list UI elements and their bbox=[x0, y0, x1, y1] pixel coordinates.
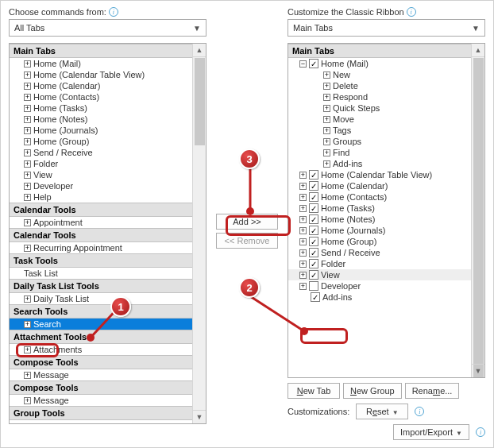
scroll-up-icon[interactable]: ▲ bbox=[193, 44, 206, 57]
checkbox[interactable] bbox=[309, 192, 318, 202]
expander-icon[interactable]: + bbox=[299, 249, 307, 257]
tree-item[interactable]: +Help bbox=[10, 191, 192, 203]
expander-icon[interactable]: + bbox=[323, 138, 330, 145]
tree-item[interactable]: +Send / Receive bbox=[288, 247, 471, 258]
checkbox[interactable] bbox=[309, 181, 318, 191]
tree-item[interactable]: +Home (Calendar) bbox=[288, 180, 471, 191]
expander-icon[interactable]: + bbox=[299, 227, 307, 234]
expander-icon[interactable]: + bbox=[24, 116, 31, 123]
tree-item[interactable]: +Home (Notes) bbox=[10, 114, 192, 125]
tree-item[interactable]: +Message bbox=[10, 395, 192, 406]
tree-item[interactable]: +Folder bbox=[10, 158, 192, 169]
tree-item[interactable]: +Home (Calendar Table View) bbox=[10, 69, 192, 80]
info-icon[interactable]: i bbox=[109, 7, 118, 17]
checkbox[interactable] bbox=[309, 214, 318, 224]
expander-icon[interactable]: + bbox=[299, 183, 307, 190]
customize-dropdown[interactable]: Main Tabs ▼ bbox=[288, 19, 485, 37]
checkbox[interactable] bbox=[309, 203, 318, 213]
tree-item[interactable]: +Home (Contacts) bbox=[288, 191, 471, 203]
new-group-button[interactable]: New Group bbox=[343, 383, 402, 399]
tree-item[interactable]: Task List bbox=[10, 268, 192, 279]
checkbox[interactable] bbox=[309, 259, 318, 268]
tree-item[interactable]: +Developer bbox=[288, 280, 471, 292]
checkbox[interactable] bbox=[309, 237, 318, 246]
checkbox[interactable] bbox=[309, 59, 318, 68]
tree-item[interactable]: +Attachments bbox=[10, 344, 192, 355]
expander-icon[interactable]: + bbox=[24, 71, 31, 79]
tree-item[interactable]: +Message bbox=[10, 369, 192, 380]
expander-icon[interactable]: + bbox=[24, 321, 31, 328]
checkbox[interactable] bbox=[309, 170, 318, 180]
expander-icon[interactable]: + bbox=[299, 261, 307, 268]
expander-icon[interactable]: + bbox=[323, 83, 330, 90]
rename-button[interactable]: Rename... bbox=[405, 383, 460, 399]
tree-item[interactable]: +Home (Mail) bbox=[10, 58, 192, 69]
tree-item[interactable]: +Send / Receive bbox=[10, 147, 192, 158]
tree-item[interactable]: +Recurring Appointment bbox=[10, 242, 192, 253]
tree-item[interactable]: +Home (Tasks) bbox=[10, 102, 192, 114]
scroll-thumb[interactable] bbox=[195, 58, 205, 145]
tree-subitem[interactable]: +Respond bbox=[288, 91, 471, 102]
tree-item-selected[interactable]: +Search bbox=[10, 319, 192, 330]
import-export-dropdown[interactable]: Import/Export▼ bbox=[393, 424, 469, 440]
new-tab-button[interactable]: New Tab bbox=[288, 383, 340, 399]
expander-icon[interactable]: + bbox=[24, 219, 31, 226]
tree-subitem[interactable]: +Find bbox=[288, 147, 471, 158]
tree-item[interactable]: +Home (Notes) bbox=[288, 214, 471, 225]
tree-item[interactable]: +View bbox=[10, 169, 192, 180]
tree-item[interactable]: +Appointment bbox=[10, 217, 192, 228]
scroll-down-icon[interactable]: ▼ bbox=[193, 410, 206, 423]
expander-icon[interactable]: + bbox=[24, 183, 31, 190]
scrollbar[interactable]: ▲ ▼ bbox=[192, 44, 206, 423]
tree-subitem[interactable]: +Add-ins bbox=[288, 158, 471, 169]
checkbox[interactable] bbox=[309, 270, 318, 280]
tree-item[interactable]: −Home (Mail) bbox=[288, 58, 471, 69]
expander-icon[interactable]: + bbox=[24, 172, 31, 179]
reset-dropdown[interactable]: Reset▼ bbox=[356, 404, 408, 419]
expander-icon[interactable]: + bbox=[323, 127, 330, 134]
expander-icon[interactable]: + bbox=[24, 295, 31, 303]
expander-icon[interactable]: + bbox=[24, 245, 31, 252]
expander-icon[interactable]: + bbox=[299, 272, 307, 279]
expander-icon[interactable]: + bbox=[299, 216, 307, 223]
expander-icon[interactable]: − bbox=[299, 60, 307, 68]
expander-icon[interactable]: + bbox=[24, 160, 31, 168]
info-icon[interactable]: i bbox=[476, 427, 485, 437]
info-icon[interactable]: i bbox=[407, 7, 416, 17]
choose-commands-dropdown[interactable]: All Tabs ▼ bbox=[9, 19, 206, 37]
scroll-thumb[interactable] bbox=[473, 58, 484, 378]
checkbox[interactable] bbox=[309, 226, 318, 235]
add-button[interactable]: Add >> bbox=[216, 214, 278, 230]
expander-icon[interactable]: + bbox=[299, 172, 307, 179]
info-icon[interactable]: i bbox=[415, 407, 424, 416]
expander-icon[interactable]: + bbox=[323, 116, 330, 123]
tree-item[interactable]: +Home (Group) bbox=[10, 136, 192, 147]
tree-item[interactable]: +Developer bbox=[10, 180, 192, 191]
expander-icon[interactable]: + bbox=[24, 138, 31, 145]
expander-icon[interactable]: + bbox=[24, 372, 31, 379]
tree-subitem[interactable]: +Quick Steps bbox=[288, 102, 471, 114]
expander-icon[interactable]: + bbox=[323, 160, 330, 168]
tree-item[interactable]: +Home (Calendar) bbox=[10, 80, 192, 91]
expander-icon[interactable]: + bbox=[323, 105, 330, 112]
tree-subitem[interactable]: +Delete bbox=[288, 80, 471, 91]
tree-item[interactable]: +Home (Journals) bbox=[288, 225, 471, 236]
checkbox[interactable] bbox=[311, 292, 320, 302]
scroll-up-icon[interactable]: ▲ bbox=[472, 44, 484, 57]
commands-tree[interactable]: Main Tabs+Home (Mail)+Home (Calendar Tab… bbox=[10, 44, 192, 423]
expander-icon[interactable]: + bbox=[299, 205, 307, 212]
tree-subitem[interactable]: +Move bbox=[288, 114, 471, 125]
expander-icon[interactable]: + bbox=[24, 83, 31, 90]
expander-icon[interactable]: + bbox=[24, 60, 31, 68]
expander-icon[interactable]: + bbox=[24, 94, 31, 101]
tree-item[interactable]: +Daily Task List bbox=[10, 293, 192, 304]
tree-item[interactable]: +Home (Calendar Table View) bbox=[288, 169, 471, 180]
tree-item-highlight[interactable]: +View bbox=[288, 269, 471, 280]
tree-item[interactable]: +Home (Group) bbox=[288, 236, 471, 247]
tree-item[interactable]: +Home (Journals) bbox=[10, 125, 192, 136]
expander-icon[interactable]: + bbox=[299, 238, 307, 245]
expander-icon[interactable]: + bbox=[24, 149, 31, 156]
checkbox[interactable] bbox=[309, 248, 318, 257]
expander-icon[interactable]: + bbox=[24, 194, 31, 201]
expander-icon[interactable]: + bbox=[24, 127, 31, 134]
